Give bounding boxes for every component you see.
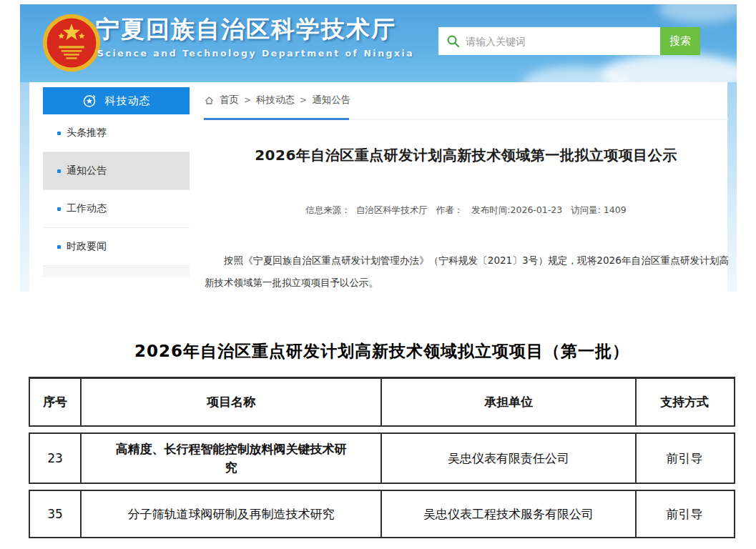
meta-views: 访问量: 1409	[571, 204, 627, 215]
sidebar-item-label: 通知公告	[67, 164, 107, 177]
sidebar-item-label: 头条推荐	[67, 127, 107, 139]
search-input[interactable]	[438, 27, 660, 55]
sidebar-nav: 科技动态 头条推荐 通知公告 工作动态 时政要闻	[43, 87, 190, 277]
breadcrumb: 首页 > 科技动态 > 通知公告	[204, 94, 350, 107]
article-body: 按照《宁夏回族自治区重点研发计划管理办法》（宁科规发〔2021〕3号）规定，现将…	[205, 249, 729, 294]
sidebar-item-label: 时政要闻	[67, 240, 107, 253]
breadcrumb-section[interactable]: 科技动态	[256, 94, 295, 107]
table-row: 35 分子筛轨道球阀研制及再制造技术研究 吴忠仪表工程技术服务有限公司 前引导	[29, 490, 735, 538]
sidebar-footer	[43, 266, 190, 277]
article-meta: 信息来源：自治区科学技术厅 作者： 发布时间:2026-01-23 访问量: 1…	[204, 204, 728, 217]
column-header-support: 支持方式	[635, 379, 732, 425]
meta-source: 自治区科学技术厅	[356, 204, 428, 215]
article-title: 2026年自治区重点研发计划高新技术领域第一批拟立项项目公示	[204, 146, 728, 165]
sidebar-item-politics-news[interactable]: 时政要闻	[43, 228, 190, 266]
cell-project: 分子筛轨道球阀研制及再制造技术研究	[80, 491, 381, 537]
page-background-strip-left	[20, 82, 29, 292]
cell-seq: 23	[30, 434, 80, 483]
bullet-icon	[57, 207, 61, 211]
cell-seq: 35	[30, 491, 80, 537]
search-button[interactable]: 搜索	[660, 27, 700, 55]
meta-source-label: 信息来源：	[305, 204, 350, 215]
search-bar: 搜索	[438, 27, 720, 55]
site-subtitle: Science and Technology Department of Nin…	[97, 48, 414, 59]
sidebar-items: 头条推荐 通知公告 工作动态 时政要闻	[43, 114, 190, 266]
bullet-icon	[57, 169, 61, 173]
search-icon	[446, 34, 461, 49]
breadcrumb-divider-accent	[204, 118, 349, 120]
bullet-icon	[57, 132, 61, 135]
cell-support: 前引导	[635, 491, 732, 537]
cell-support: 前引导	[635, 434, 732, 483]
meta-author-label: 作者：	[436, 204, 463, 215]
meta-published: 发布时间:2026-01-23	[471, 204, 562, 215]
cell-unit: 吴忠仪表有限责任公司	[381, 434, 635, 483]
column-header-project: 项目名称	[80, 379, 381, 425]
cell-project: 高精度、长行程智能控制放料阀关键技术研究	[80, 434, 381, 483]
sidebar-header[interactable]: 科技动态	[43, 87, 190, 114]
breadcrumb-home[interactable]: 首页	[220, 94, 239, 107]
sidebar-item-label: 工作动态	[67, 202, 107, 215]
site-title: 宁夏回族自治区科学技术厅	[96, 14, 396, 46]
home-icon	[204, 95, 215, 106]
breadcrumb-current[interactable]: 通知公告	[312, 94, 350, 107]
site-banner: 宁夏回族自治区科学技术厅 Science and Technology Depa…	[20, 4, 737, 82]
sidebar-title: 科技动态	[105, 94, 151, 108]
table-row: 23 高精度、长行程智能控制放料阀关键技术研究 吴忠仪表有限责任公司 前引导	[29, 432, 735, 484]
column-header-unit: 承担单位	[381, 379, 635, 425]
breadcrumb-separator: >	[300, 95, 307, 105]
table-title: 2026年自治区重点研发计划高新技术领域拟立项项目（第一批）	[29, 340, 735, 362]
national-emblem-logo	[41, 13, 102, 73]
cell-unit: 吴忠仪表工程技术服务有限公司	[381, 491, 635, 537]
breadcrumb-separator: >	[244, 95, 251, 105]
bullet-icon	[57, 245, 61, 249]
sidebar-item-notices[interactable]: 通知公告	[43, 152, 190, 190]
star-circle-icon	[82, 94, 97, 108]
sidebar-item-headline[interactable]: 头条推荐	[43, 114, 190, 152]
column-header-seq: 序号	[30, 379, 80, 425]
cloud-decoration	[658, 4, 737, 23]
sidebar-item-work-news[interactable]: 工作动态	[43, 190, 190, 228]
table-header-row: 序号 项目名称 承担单位 支持方式	[29, 377, 735, 427]
